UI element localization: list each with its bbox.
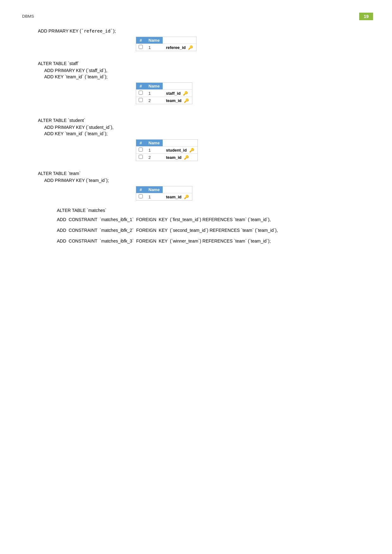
row-checkbox[interactable] [139, 194, 143, 198]
row-name: team_id 🔑 [163, 97, 192, 104]
key-icon: 🔑 [183, 91, 188, 96]
key-icon: 🔑 [189, 148, 194, 153]
row-name: team_id 🔑 [163, 193, 192, 201]
row-checkbox[interactable] [139, 45, 143, 49]
constraint-line-2: ADD CONSTRAINT `matches_ibfk_2` FOREIGN … [38, 227, 367, 234]
referee-table-widget: # Name 1 referee_id 🔑 [136, 37, 196, 51]
table-row: 1 staff_id 🔑 [136, 90, 192, 97]
add-primary-key-team: ADD PRIMARY KEY (`team_id`); [44, 178, 367, 183]
page-number: 19 [359, 13, 373, 20]
row-checkbox[interactable] [139, 98, 143, 102]
constraint-block-2: ADD CONSTRAINT `matches_ibfk_2` FOREIGN … [38, 227, 367, 234]
add-primary-key-staff: ADD PRIMARY KEY (`staff_id`), [44, 68, 367, 73]
table-row: 2 team_id 🔑 [136, 97, 192, 104]
row-name: team_id 🔑 [163, 154, 197, 161]
row-num: 1 [145, 147, 163, 154]
row-checkbox[interactable] [139, 155, 143, 159]
row-num: 1 [145, 90, 163, 97]
row-num: 2 [145, 154, 163, 161]
staff-table-widget: # Name 1 staff_id 🔑 2 team_id 🔑 [136, 82, 192, 104]
key-icon: 🔑 [184, 98, 189, 103]
table-row: 1 referee_id 🔑 [136, 44, 196, 51]
key-icon: 🔑 [184, 155, 189, 160]
col-name-staff: Name [145, 83, 163, 90]
key-icon: 🔑 [184, 195, 189, 199]
dbms-label: DBMS [22, 14, 34, 19]
student-table-widget: # Name 1 student_id 🔑 2 team_id 🔑 [136, 139, 198, 161]
col-name-student: Name [145, 140, 163, 147]
add-key-team-staff: ADD KEY `team_id` (`team_id`); [44, 74, 367, 79]
key-icon: 🔑 [188, 45, 193, 50]
col-hash-team: # [136, 186, 145, 193]
col-name-team: Name [145, 186, 163, 193]
add-primary-key-referee: ADD PRIMARY KEY (`referee_id`); [38, 28, 367, 33]
table-row: 1 student_id 🔑 [136, 147, 197, 154]
table-row: 2 team_id 🔑 [136, 154, 197, 161]
row-num: 1 [145, 44, 163, 51]
row-num: 1 [145, 193, 163, 201]
constraint-line-1: ADD CONSTRAINT `matches_ibfk_1` FOREIGN … [38, 216, 367, 224]
row-num: 2 [145, 97, 163, 104]
col-hash-referee: # [136, 37, 145, 44]
col-hash-student: # [136, 140, 145, 147]
alter-table-matches: ALTER TABLE `matches` [57, 208, 367, 213]
add-primary-key-student: ADD PRIMARY KEY (`student_id`), [44, 125, 367, 130]
row-checkbox[interactable] [139, 148, 143, 152]
alter-table-student: ALTER TABLE `student` [38, 118, 367, 123]
constraint-line-3: ADD CONSTRAINT `matches_ibfk_3` FOREIGN … [38, 238, 367, 245]
table-row: 1 team_id 🔑 [136, 193, 192, 201]
row-name: staff_id 🔑 [163, 90, 192, 97]
alter-table-team: ALTER TABLE `team` [38, 171, 367, 176]
constraint-block-3: ADD CONSTRAINT `matches_ibfk_3` FOREIGN … [38, 238, 367, 245]
row-name: student_id 🔑 [163, 147, 197, 154]
add-key-team-student: ADD KEY `team_id` (`team_id`); [44, 131, 367, 136]
col-name-referee: Name [145, 37, 163, 44]
constraint-block-1: ADD CONSTRAINT `matches_ibfk_1` FOREIGN … [38, 216, 367, 224]
col-hash-staff: # [136, 83, 145, 90]
team-table-widget: # Name 1 team_id 🔑 [136, 186, 192, 201]
row-checkbox[interactable] [139, 91, 143, 95]
alter-table-staff: ALTER TABLE `staff` [38, 61, 367, 66]
row-name: referee_id 🔑 [163, 44, 196, 51]
